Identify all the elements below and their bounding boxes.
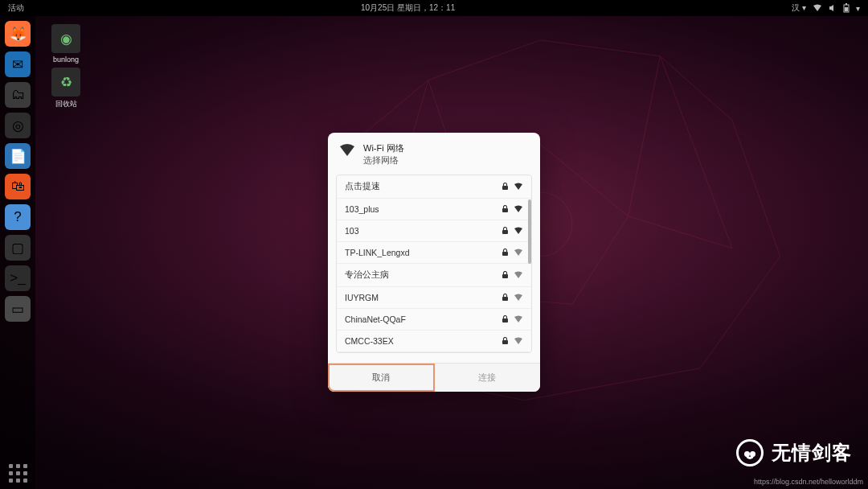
dock-rhythmbox-icon[interactable]: ◎ (5, 113, 31, 138)
network-row[interactable]: ChinaNet-QQaF (337, 309, 531, 331)
connect-button[interactable]: 连接 (435, 364, 541, 392)
network-row[interactable]: 103_plus (337, 199, 531, 220)
watermark-text: 无情剑客 (772, 440, 852, 466)
network-row[interactable]: IUYRGM (337, 287, 531, 309)
network-row[interactable]: CMCC-33EX (337, 331, 531, 352)
network-ssid: 点击提速 (345, 181, 502, 192)
dock: 🦊✉🗂◎📄🛍?▢>_▭ (0, 16, 35, 489)
svg-rect-7 (502, 252, 508, 256)
desktop-icon-home[interactable]: ◉ bunlong (45, 24, 87, 64)
network-row[interactable]: TP-LINK_Lengxd (337, 242, 531, 264)
dialog-subtitle: 选择网络 (363, 154, 404, 166)
input-method-indicator[interactable]: 汉 ▾ (792, 2, 806, 14)
wifi-signal-icon (514, 271, 523, 279)
dock-files-icon[interactable]: 🗂 (5, 82, 31, 108)
lock-icon (502, 294, 509, 302)
network-ssid: CMCC-33EX (345, 336, 502, 346)
lock-icon (502, 183, 509, 191)
lock-icon (502, 249, 509, 257)
svg-rect-5 (502, 208, 508, 212)
svg-rect-8 (502, 274, 508, 278)
dock-screenshot-icon[interactable]: ▢ (5, 235, 31, 261)
cancel-button[interactable]: 取消 (328, 364, 435, 392)
desktop-wallpaper: 活动 10月25日 星期日，12：11 汉 ▾ ▾ 🦊✉🗂◎📄🛍?▢>_▭ ◉ … (0, 0, 868, 489)
svg-rect-4 (502, 186, 508, 190)
desktop-icon-trash[interactable]: ♻ 回收站 (45, 68, 87, 109)
wifi-signal-icon (514, 337, 523, 345)
network-row[interactable]: 专治公主病 (337, 264, 531, 287)
network-ssid: ChinaNet-QQaF (345, 314, 502, 324)
battery-icon (843, 3, 850, 13)
network-ssid: TP-LINK_Lengxd (345, 248, 502, 257)
show-applications-button[interactable] (9, 464, 27, 483)
svg-rect-11 (502, 340, 508, 344)
svg-rect-2 (845, 3, 847, 5)
dock-software-icon[interactable]: 🛍 (5, 174, 31, 199)
wifi-icon (339, 144, 355, 157)
footer-url: https://blog.csdn.net/helloworlddm (754, 478, 863, 486)
wifi-network-dialog: Wi-Fi 网络 选择网络 点击提速103_plus103TP-LINK_Len… (328, 133, 540, 392)
network-ssid: 专治公主病 (345, 269, 502, 281)
svg-rect-9 (502, 297, 508, 301)
wifi-signal-icon (514, 183, 523, 191)
network-row[interactable]: 点击提速 (337, 175, 531, 199)
wifi-signal-icon (514, 205, 523, 213)
activities-button[interactable]: 活动 (0, 2, 32, 14)
status-area[interactable]: 汉 ▾ ▾ (784, 2, 868, 14)
dock-window-icon[interactable]: ▭ (5, 296, 31, 322)
home-folder-icon: ◉ (51, 24, 80, 53)
wifi-signal-icon (514, 227, 523, 235)
dock-firefox-icon[interactable]: 🦊 (5, 21, 31, 47)
clock[interactable]: 10月25日 星期日，12：11 (32, 2, 784, 14)
network-ssid: IUYRGM (345, 293, 502, 302)
lock-icon (502, 205, 509, 213)
lock-icon (502, 227, 509, 235)
trash-icon: ♻ (51, 68, 80, 97)
wifi-status-icon (813, 4, 822, 12)
wifi-signal-icon (514, 294, 523, 302)
dock-writer-icon[interactable]: 📄 (5, 143, 31, 169)
wechat-logo-icon (736, 439, 764, 466)
chevron-down-icon: ▾ (856, 4, 860, 13)
network-ssid: 103_plus (345, 204, 502, 214)
volume-icon (829, 4, 837, 12)
dialog-title: Wi-Fi 网络 (363, 142, 404, 154)
network-row[interactable]: 103 (337, 220, 531, 242)
wifi-signal-icon (514, 315, 523, 323)
dock-thunderbird-icon[interactable]: ✉ (5, 51, 31, 77)
scrollbar-thumb[interactable] (528, 199, 531, 264)
top-panel: 活动 10月25日 星期日，12：11 汉 ▾ ▾ (0, 0, 868, 16)
desktop-icon-label: 回收站 (45, 99, 87, 109)
svg-rect-6 (502, 230, 508, 234)
watermark: 无情剑客 (736, 439, 852, 466)
dock-terminal-icon[interactable]: >_ (5, 265, 31, 291)
wifi-signal-icon (514, 249, 523, 257)
svg-rect-3 (845, 7, 848, 11)
lock-icon (502, 271, 509, 279)
lock-icon (502, 337, 509, 345)
desktop-icon-label: bunlong (45, 55, 87, 64)
dock-help-icon[interactable]: ? (5, 204, 31, 230)
lock-icon (502, 315, 509, 323)
svg-rect-10 (502, 318, 508, 323)
network-ssid: 103 (345, 226, 502, 236)
network-list: 点击提速103_plus103TP-LINK_Lengxd专治公主病IUYRGM… (336, 175, 532, 353)
